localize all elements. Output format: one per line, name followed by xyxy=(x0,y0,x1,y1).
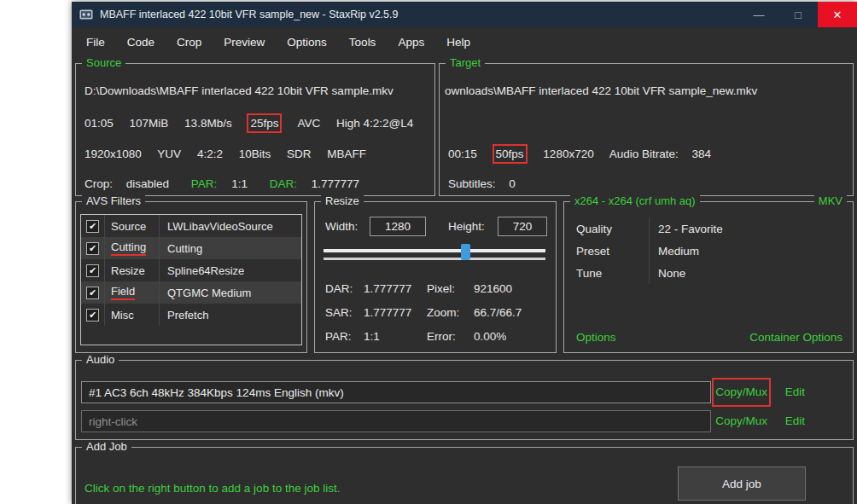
maximize-button[interactable]: □ xyxy=(778,2,818,27)
menu-item-file[interactable]: File xyxy=(75,36,116,49)
source-duration: 01:05 xyxy=(85,117,114,130)
audio-bitrate-label: Audio Bitrate: xyxy=(609,148,679,160)
height-input[interactable]: 720 xyxy=(498,217,547,236)
resize-par-line: PAR: 1:1 Error: 0.00% xyxy=(315,330,556,345)
sar-label: SAR: xyxy=(325,306,353,319)
zoom-value: 66.7/66.7 xyxy=(474,306,522,319)
quality-label: Quality xyxy=(571,217,650,240)
options-link[interactable]: Options xyxy=(576,331,616,344)
menu-item-crop[interactable]: Crop xyxy=(166,36,213,49)
avs-row-source[interactable]: ✔ Source LWLibavVideoSource xyxy=(81,215,301,237)
source-filesize: 107MiB xyxy=(130,117,169,130)
avs-filter-list[interactable]: ✔ Source LWLibavVideoSource ✔ Cutting Cu… xyxy=(80,214,302,345)
zoom-label: Zoom: xyxy=(427,306,459,319)
pixel-value: 921600 xyxy=(474,282,512,295)
target-group-label[interactable]: Target xyxy=(446,56,485,70)
source-chroma: 4:2:2 xyxy=(197,148,223,160)
titlebar[interactable]: MBAFF interlaced 422 10bit VFR sample_ne… xyxy=(72,2,857,27)
resize-slider-track[interactable] xyxy=(324,249,545,252)
source-bitdepth: 10Bits xyxy=(239,148,271,160)
source-colorspace: YUV xyxy=(157,148,181,160)
checkbox-checked-icon[interactable]: ✔ xyxy=(86,287,99,299)
avs-row-resize[interactable]: ✔ Resize Spline64Resize xyxy=(81,259,301,281)
menu-item-options[interactable]: Options xyxy=(276,36,338,49)
resize-slider-thumb[interactable] xyxy=(461,244,470,260)
source-crop-line: Crop: disabled PAR: 1:1 DAR: 1.777777 xyxy=(85,177,378,190)
app-icon xyxy=(79,8,93,21)
checkbox-checked-icon[interactable]: ✔ xyxy=(86,242,99,255)
checkbox-cell: ✔ xyxy=(81,281,105,304)
subtitles-label: Subtitles: xyxy=(448,177,496,190)
width-input[interactable]: 1280 xyxy=(370,217,426,236)
encoder-row-preset[interactable]: Preset Medium xyxy=(571,240,846,262)
menu-item-apps[interactable]: Apps xyxy=(387,36,435,49)
checkbox-checked-icon[interactable]: ✔ xyxy=(86,220,99,233)
resize-group: Resize Width: 1280 Height: 720 DAR: 1.77… xyxy=(314,201,557,353)
close-button[interactable]: ✕ xyxy=(818,2,857,27)
resize-sar-line: SAR: 1.777777 Zoom: 66.7/66.7 xyxy=(315,306,556,322)
encoder-row-tune[interactable]: Tune None xyxy=(571,262,846,284)
avs-row-field[interactable]: ✔ Field QTGMC Medium xyxy=(81,281,301,304)
menu-item-tools[interactable]: Tools xyxy=(338,36,388,49)
source-dar-value: 1.777777 xyxy=(312,177,359,190)
resize-group-label: Resize xyxy=(321,194,364,208)
minimize-button[interactable]: — xyxy=(739,2,778,27)
target-duration: 00:15 xyxy=(448,148,477,160)
audio-bitrate-value: 384 xyxy=(692,148,712,160)
crop-label: Crop: xyxy=(85,177,113,190)
checkbox-cell: ✔ xyxy=(81,259,105,281)
preset-label: Preset xyxy=(571,240,650,262)
menubar: File Code Crop Preview Options Tools App… xyxy=(72,27,857,56)
source-codec: AVC xyxy=(297,117,320,130)
source-resolution: 1920x1080 xyxy=(85,148,142,160)
avs-row-cutting[interactable]: ✔ Cutting Cutting xyxy=(81,237,301,259)
audio-track-1-field[interactable]: #1 AC3 6ch 48kHz 384Kbps 124ms English (… xyxy=(81,381,711,403)
target-path: ownloads\MBAFF interlaced 422 10bit VFR … xyxy=(445,84,757,97)
audio-group: Audio #1 AC3 6ch 48kHz 384Kbps 124ms Eng… xyxy=(75,360,854,440)
resize-par-label: PAR: xyxy=(325,330,352,343)
resize-dar-label: DAR: xyxy=(325,282,353,295)
resize-slider-tick-line xyxy=(324,258,545,260)
error-label: Error: xyxy=(427,330,456,343)
avs-row-value: QTGMC Medium xyxy=(160,287,301,299)
source-par-value: 1:1 xyxy=(231,177,248,190)
encoder-group-label[interactable]: x264 - x264 (crf umh aq) xyxy=(570,194,700,208)
checkbox-checked-icon[interactable]: ✔ xyxy=(86,309,99,322)
menu-item-help[interactable]: Help xyxy=(435,36,481,49)
copy-mux-link-2[interactable]: Copy/Mux xyxy=(715,410,767,432)
target-stats-line: 00:15 50fps 1280x720 Audio Bitrate: 384 xyxy=(448,148,730,160)
preset-value: Medium xyxy=(650,245,846,258)
menu-item-preview[interactable]: Preview xyxy=(213,36,276,49)
source-hdr-flag: SDR xyxy=(287,148,312,160)
source-stats-line: 01:05 107MiB 13.8Mb/s 25fps AVC High 4:2… xyxy=(85,117,426,130)
edit-link-1[interactable]: Edit xyxy=(785,381,805,403)
staxrip-window: MBAFF interlaced 422 10bit VFR sample_ne… xyxy=(72,2,857,504)
width-label: Width: xyxy=(325,220,358,233)
tune-label: Tune xyxy=(571,262,650,284)
add-job-button[interactable]: Add job xyxy=(678,466,806,501)
crop-value: disabled xyxy=(126,177,169,190)
checkbox-checked-icon[interactable]: ✔ xyxy=(86,264,99,277)
source-path: D:\Downloads\MBAFF interlaced 422 10bit … xyxy=(85,84,394,97)
edit-link-2[interactable]: Edit xyxy=(785,410,805,432)
target-group: Target ownloads\MBAFF interlaced 422 10b… xyxy=(439,63,854,196)
avs-row-misc[interactable]: ✔ Misc Prefetch xyxy=(81,304,301,326)
copy-mux-link-1-annotated[interactable]: Copy/Mux xyxy=(715,381,767,403)
source-par-label: PAR: xyxy=(191,177,218,190)
audio-group-label: Audio xyxy=(82,353,119,367)
source-group-label[interactable]: Source xyxy=(82,56,125,70)
target-resolution: 1280x720 xyxy=(543,148,593,160)
add-job-group: Add Job Click on the right button to add… xyxy=(75,447,854,504)
container-options-link[interactable]: Container Options xyxy=(749,331,842,344)
add-job-group-label: Add Job xyxy=(82,440,131,454)
container-label[interactable]: MKV xyxy=(814,194,847,208)
add-job-hint: Click on the right button to add a job t… xyxy=(85,482,340,495)
avs-row-value: Cutting xyxy=(160,242,301,255)
audio-track-2-field[interactable]: right-click xyxy=(81,410,711,432)
source-profile: High 4:2:2@L4 xyxy=(336,117,413,130)
menu-item-code[interactable]: Code xyxy=(116,36,166,49)
encoder-row-quality[interactable]: Quality 22 - Favorite xyxy=(571,217,846,240)
checkbox-cell: ✔ xyxy=(81,304,105,326)
error-value: 0.00% xyxy=(474,330,506,343)
resize-slider[interactable] xyxy=(324,243,545,264)
